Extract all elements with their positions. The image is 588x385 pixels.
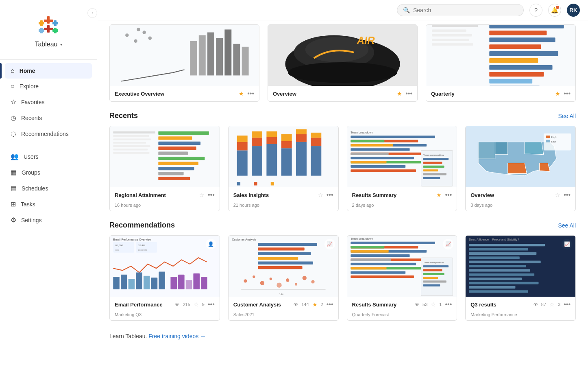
sidebar-item-recommendations[interactable]: ◌ Recommendations: [5, 126, 92, 142]
search-icon: 🔍: [403, 7, 410, 13]
svg-text:High: High: [551, 136, 557, 138]
more-button[interactable]: •••: [208, 191, 215, 199]
search-input[interactable]: [413, 7, 518, 13]
svg-rect-164: [351, 258, 391, 261]
svg-rect-86: [271, 182, 274, 185]
svg-rect-83: [311, 133, 321, 138]
sidebar-admin-nav: 👥 Users ▦ Groups ▤ Schedules ⊞ Tasks ⚙ S…: [0, 149, 97, 228]
sidebar-item-explore[interactable]: ○ Explore: [5, 79, 92, 94]
svg-rect-188: [469, 278, 522, 280]
brand-chevron[interactable]: ▾: [60, 42, 62, 47]
svg-rect-128: [144, 276, 150, 289]
svg-rect-180: [469, 244, 545, 246]
more-button[interactable]: •••: [327, 301, 333, 308]
card-customer-analysis[interactable]: Customer Analysis: [228, 235, 339, 321]
card-overview-map[interactable]: High Low Overview ☆ ••• 3 days ago: [465, 126, 576, 211]
svg-rect-89: [351, 136, 435, 138]
card-subtitle: Sales2021: [229, 312, 338, 320]
svg-text:sent: sent: [115, 249, 119, 251]
avatar[interactable]: RK: [567, 4, 580, 17]
svg-rect-76: [281, 141, 292, 149]
sidebar-item-tasks[interactable]: ⊞ Tasks: [5, 196, 92, 212]
sidebar-item-home[interactable]: ⌂ Home: [5, 63, 92, 79]
more-button[interactable]: •••: [327, 191, 333, 199]
sidebar-item-label: Users: [24, 153, 39, 160]
star-button[interactable]: ★: [397, 90, 402, 97]
notification-icon: 🔔: [551, 7, 559, 14]
svg-rect-50: [113, 138, 151, 140]
card-overview-shoe[interactable]: AIR Overview ★ •••: [268, 24, 418, 102]
svg-text:Email Performance Overview: Email Performance Overview: [113, 238, 152, 241]
star-button[interactable]: ☆: [431, 301, 436, 308]
card-executive-overview[interactable]: Executive Overview ★ •••: [109, 24, 259, 102]
star-button[interactable]: ★: [555, 90, 560, 97]
card-results-summary-rec[interactable]: Team breakdown: [347, 235, 457, 321]
more-button[interactable]: •••: [208, 301, 215, 308]
star-button[interactable]: ★: [239, 90, 244, 97]
more-button[interactable]: •••: [445, 191, 452, 199]
svg-rect-189: [469, 282, 539, 284]
card-badge: 📈: [562, 239, 572, 249]
more-button[interactable]: •••: [564, 90, 571, 97]
learn-link-label: Free training videos: [148, 333, 198, 339]
views-count: 144: [301, 302, 309, 307]
card-results-summary[interactable]: Team breakdown: [347, 126, 457, 211]
recents-see-all[interactable]: See All: [558, 113, 576, 119]
svg-rect-135: [201, 277, 207, 289]
sidebar-item-recents[interactable]: ◷ Recents: [5, 110, 92, 126]
svg-rect-127: [136, 273, 142, 290]
search-bar[interactable]: 🔍: [397, 4, 524, 16]
notification-button[interactable]: 🔔: [548, 4, 561, 17]
more-button[interactable]: •••: [564, 301, 571, 308]
svg-text:AIR: AIR: [357, 35, 375, 46]
more-button[interactable]: •••: [247, 90, 254, 97]
svg-rect-162: [351, 254, 409, 257]
sidebar-item-schedules[interactable]: ▤ Schedules: [5, 180, 92, 196]
svg-rect-131: [170, 277, 177, 289]
star-button[interactable]: ☆: [199, 192, 205, 198]
svg-rect-56: [158, 136, 192, 140]
svg-rect-37: [489, 25, 564, 28]
recommendations-section-header: Recommendations See All: [109, 221, 576, 230]
svg-rect-169: [351, 276, 414, 278]
sidebar-item-favorites[interactable]: ☆ Favorites: [5, 94, 92, 110]
card-actions: 👁 144 ★ 2 •••: [294, 301, 333, 308]
svg-rect-81: [311, 146, 321, 176]
svg-rect-5: [39, 22, 44, 24]
card-actions: 👁 53 ☆ 1 •••: [415, 301, 452, 308]
card-q3-results[interactable]: Does Affluence = Peace and Stability?: [465, 235, 576, 321]
more-button[interactable]: •••: [564, 191, 571, 199]
star-button[interactable]: ★: [312, 301, 318, 308]
star-button[interactable]: ☆: [555, 192, 560, 198]
sidebar-item-groups[interactable]: ▦ Groups: [5, 164, 92, 180]
card-sales-insights[interactable]: Sales Insights ☆ ••• 21 hours ago: [228, 126, 339, 211]
sidebar-item-users[interactable]: 👥 Users: [5, 149, 92, 164]
svg-rect-43: [489, 65, 552, 70]
learn-link[interactable]: Free training videos →: [148, 333, 206, 339]
svg-rect-172: [423, 265, 448, 267]
brand-label: Tableau: [35, 41, 57, 48]
collapse-button[interactable]: ‹: [87, 8, 97, 18]
svg-rect-75: [281, 148, 292, 175]
recommendations-see-all[interactable]: See All: [558, 222, 576, 229]
card-footer: Overview ☆ •••: [466, 187, 575, 203]
card-quarterly[interactable]: Quarterly ★ •••: [426, 24, 576, 102]
card-thumb: Team breakdown: [347, 236, 457, 297]
more-button[interactable]: •••: [405, 90, 412, 97]
svg-rect-142: [258, 262, 313, 265]
sidebar-item-settings[interactable]: ⚙ Settings: [5, 212, 92, 228]
card-actions: ★ •••: [397, 90, 412, 97]
more-button[interactable]: •••: [445, 301, 452, 308]
card-regional-attainment[interactable]: Regional Attainment ☆ ••• 16 hours ago: [109, 126, 220, 211]
star-button[interactable]: ☆: [549, 301, 555, 308]
star-button[interactable]: ☆: [318, 192, 323, 198]
svg-text:Team breakdown: Team breakdown: [351, 237, 373, 241]
card-footer: Q3 results 👁 87 ☆ 3 •••: [466, 297, 575, 312]
star-button[interactable]: ☆: [194, 301, 199, 308]
star-button[interactable]: ★: [436, 192, 442, 198]
svg-rect-77: [281, 134, 292, 141]
help-button[interactable]: ?: [529, 4, 542, 17]
card-email-performance[interactable]: Email Performance Overview 85,500 sent 3…: [109, 235, 220, 321]
svg-rect-58: [158, 147, 196, 150]
svg-text:144: 144: [279, 293, 283, 295]
